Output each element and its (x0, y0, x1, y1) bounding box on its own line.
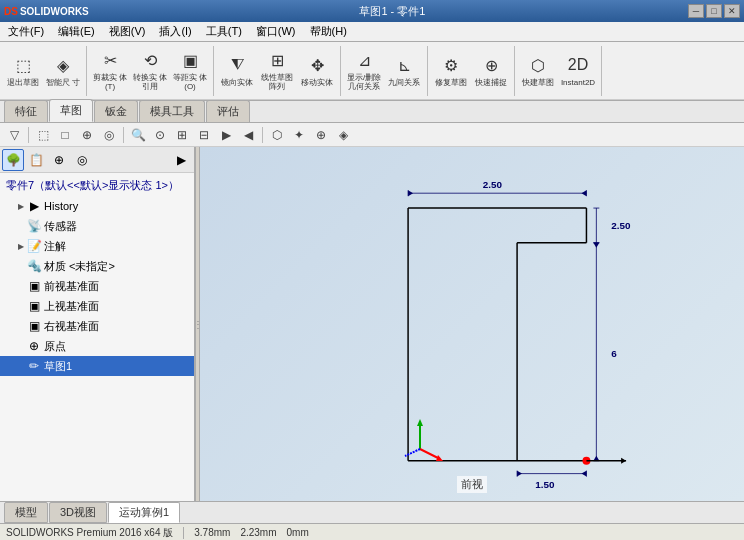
svg-text:2.50: 2.50 (611, 220, 631, 231)
tree-item-label: 传感器 (44, 219, 77, 234)
tree-item-icon: ▣ (26, 278, 42, 294)
cmd-icon-2[interactable]: □ (55, 125, 75, 145)
tree-spacer (16, 361, 26, 371)
toolbar-button-0-1[interactable]: ◈智能尺 寸 (44, 49, 82, 93)
cmd-icon-8[interactable]: ⊟ (194, 125, 214, 145)
toolbar-area: ⬚退出草图◈智能尺 寸✂剪裁实 体(T)⟲转换实 体引用▣等距实 体(O)⧨镜向… (0, 42, 744, 101)
toolbar-button-5-0[interactable]: ⬡快建草图 (519, 49, 557, 93)
cmd-icon-9[interactable]: ▶ (216, 125, 236, 145)
tree-expand-arrow[interactable]: ▶ (16, 241, 26, 251)
bottom-tabs: 模型3D视图运动算例1 (0, 501, 744, 523)
cmd-icon-7[interactable]: ⊞ (172, 125, 192, 145)
command-toolbar: ▽ ⬚ □ ⊕ ◎ 🔍 ⊙ ⊞ ⊟ ▶ ◀ ⬡ ✦ ⊕ ◈ (0, 123, 744, 147)
tree-item-label: 右视基准面 (44, 319, 99, 334)
tb-icon: ⊕ (479, 53, 503, 77)
svg-line-33 (420, 449, 440, 459)
panel-icon-tree[interactable]: 🌳 (2, 149, 24, 171)
tree-item-4[interactable]: ▣前视基准面 (0, 276, 194, 296)
toolbar-button-2-0[interactable]: ⧨镜向实体 (218, 49, 256, 93)
cmd-icon-14[interactable]: ◈ (333, 125, 353, 145)
tree-header[interactable]: 零件7（默认<<默认>显示状态 1>） (0, 175, 194, 196)
tb-label: 显示/删除几何关系 (346, 74, 382, 92)
cmd-icon-1[interactable]: ⬚ (33, 125, 53, 145)
menu-item[interactable]: 工具(T) (200, 22, 248, 41)
left-panel: 🌳 📋 ⊕ ◎ ▶ 零件7（默认<<默认>显示状态 1>） ▶▶History📡… (0, 147, 195, 501)
menu-item[interactable]: 窗口(W) (250, 22, 302, 41)
toolbar-button-4-0[interactable]: ⚙修复草图 (432, 49, 470, 93)
toolbar-button-1-1[interactable]: ⟲转换实 体引用 (131, 49, 169, 93)
window-title: 草图1 - 零件1 (97, 4, 688, 19)
menu-item[interactable]: 视图(V) (103, 22, 152, 41)
svg-marker-34 (436, 455, 443, 461)
menu-item[interactable]: 插入(I) (153, 22, 197, 41)
tb-label: 智能尺 寸 (46, 79, 80, 88)
tree-expand-arrow[interactable]: ▶ (16, 201, 26, 211)
toolbar-group-4: ⚙修复草图⊕快速捕捉 (432, 46, 515, 96)
cmd-icon-3[interactable]: ⊕ (77, 125, 97, 145)
tb-label: 剪裁实 体(T) (92, 74, 128, 92)
cmd-icon-10[interactable]: ◀ (238, 125, 258, 145)
bottom-tab-2[interactable]: 运动算例1 (108, 502, 180, 523)
coord-z: 0mm (287, 527, 309, 538)
svg-marker-9 (408, 190, 413, 196)
toolbar-button-5-1[interactable]: 2DInstant2D (559, 49, 597, 93)
feature-tab-3[interactable]: 模具工具 (139, 100, 205, 122)
tb-label: 九间关系 (388, 79, 420, 88)
filter-icon[interactable]: ▽ (4, 125, 24, 145)
panel-icon-properties[interactable]: 📋 (25, 149, 47, 171)
menu-item[interactable]: 帮助(H) (304, 22, 353, 41)
menubar: 文件(F)编辑(E)视图(V)插入(I)工具(T)窗口(W)帮助(H) (0, 22, 744, 42)
toolbar-button-1-2[interactable]: ▣等距实 体(O) (171, 49, 209, 93)
tb-label: 转换实 体引用 (132, 74, 168, 92)
tb-icon: ⬡ (526, 53, 550, 77)
toolbar-button-2-2[interactable]: ✥移动实体 (298, 49, 336, 93)
tree-item-8[interactable]: ✏草图1 (0, 356, 194, 376)
toolbar-button-2-1[interactable]: ⊞线性草图阵列 (258, 49, 296, 93)
tree-spacer (16, 321, 26, 331)
tree-item-label: 草图1 (44, 359, 72, 374)
feature-tabs: 特征草图钣金模具工具评估 (0, 101, 744, 123)
toolbar-button-4-1[interactable]: ⊕快速捕捉 (472, 49, 510, 93)
tb-icon: ⧨ (225, 53, 249, 77)
bottom-tab-0[interactable]: 模型 (4, 502, 48, 523)
app-logo: DS SOLIDWORKS (4, 6, 89, 17)
tree-item-1[interactable]: 📡传感器 (0, 216, 194, 236)
toolbar-button-1-0[interactable]: ✂剪裁实 体(T) (91, 49, 129, 93)
panel-expand-icon[interactable]: ▶ (170, 149, 192, 171)
maximize-button[interactable]: □ (706, 4, 722, 18)
tree-item-icon: ▣ (26, 298, 42, 314)
cmd-icon-6[interactable]: ⊙ (150, 125, 170, 145)
cmd-icon-11[interactable]: ⬡ (267, 125, 287, 145)
cmd-icon-12[interactable]: ✦ (289, 125, 309, 145)
main-toolbar: ⬚退出草图◈智能尺 寸✂剪裁实 体(T)⟲转换实 体引用▣等距实 体(O)⧨镜向… (0, 42, 744, 100)
menu-item[interactable]: 编辑(E) (52, 22, 101, 41)
tree-item-5[interactable]: ▣上视基准面 (0, 296, 194, 316)
tree-item-0[interactable]: ▶▶History (0, 196, 194, 216)
tree-item-3[interactable]: 🔩材质 <未指定> (0, 256, 194, 276)
panel-icon-config[interactable]: ⊕ (48, 149, 70, 171)
feature-tab-4[interactable]: 评估 (206, 100, 250, 122)
panel-icon-sensors[interactable]: ◎ (71, 149, 93, 171)
tree-item-2[interactable]: ▶📝注解 (0, 236, 194, 256)
panel-icon-bar: 🌳 📋 ⊕ ◎ ▶ (0, 147, 194, 173)
svg-marker-32 (417, 419, 423, 426)
drawing-canvas-area[interactable]: 2.50 2.50 6 1.50 前视 (200, 147, 744, 501)
toolbar-button-3-0[interactable]: ⊿显示/删除几何关系 (345, 49, 383, 93)
cmd-icon-4[interactable]: ◎ (99, 125, 119, 145)
cmd-icon-13[interactable]: ⊕ (311, 125, 331, 145)
cmd-icon-5[interactable]: 🔍 (128, 125, 148, 145)
tree-item-7[interactable]: ⊕原点 (0, 336, 194, 356)
toolbar-button-3-1[interactable]: ⊾九间关系 (385, 49, 423, 93)
feature-tab-2[interactable]: 钣金 (94, 100, 138, 122)
tb-icon: ✥ (305, 53, 329, 77)
tree-item-6[interactable]: ▣右视基准面 (0, 316, 194, 336)
feature-tab-1[interactable]: 草图 (49, 99, 93, 122)
toolbar-button-0-0[interactable]: ⬚退出草图 (4, 49, 42, 93)
close-button[interactable]: ✕ (724, 4, 740, 18)
minimize-button[interactable]: ─ (688, 4, 704, 18)
feature-tab-0[interactable]: 特征 (4, 100, 48, 122)
bottom-tab-1[interactable]: 3D视图 (49, 502, 107, 523)
tree-item-icon: 🔩 (26, 258, 42, 274)
menu-item[interactable]: 文件(F) (2, 22, 50, 41)
tb-label: 修复草图 (435, 79, 467, 88)
